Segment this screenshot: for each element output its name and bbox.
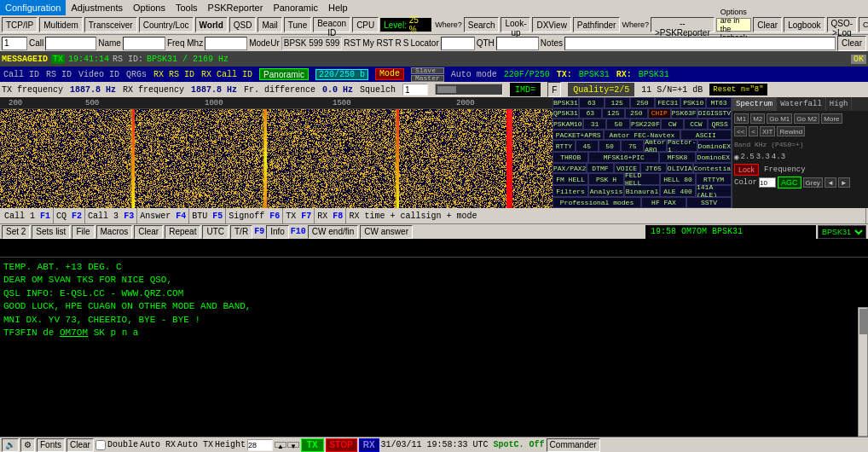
call-input[interactable]	[45, 37, 96, 50]
freq-input[interactable]	[205, 37, 247, 50]
contestia-mode[interactable]: Contestia	[693, 163, 732, 174]
file-button[interactable]: File	[72, 225, 94, 239]
beacon-id-button[interactable]: Beacon ID	[313, 17, 350, 32]
bpsk250-mode[interactable]: 250	[630, 97, 656, 108]
go-m2-button[interactable]: Go M2	[794, 113, 819, 124]
tcp-ip-button[interactable]: TCP/IP	[2, 17, 38, 32]
scrollbar[interactable]	[858, 307, 868, 343]
pax-mode[interactable]: PAX/PAX2	[553, 163, 587, 174]
menu-pskreporter[interactable]: PSKReporter	[203, 0, 269, 15]
tx-button[interactable]: TX	[301, 438, 324, 452]
menu-adjustments[interactable]: Adjustments	[66, 0, 128, 15]
dtmf-mode[interactable]: DTMF	[587, 163, 613, 174]
ok-button[interactable]: OK	[851, 55, 866, 64]
agc-button[interactable]: AGC	[778, 177, 801, 188]
country-loc-button[interactable]: Country/Loc	[139, 17, 194, 32]
mt63-mode[interactable]: MT63	[706, 97, 732, 108]
pskam10-mode[interactable]: PSKAM10	[553, 119, 583, 130]
utc-button[interactable]: UTC	[202, 225, 229, 239]
qpsk125-mode[interactable]: 125	[602, 108, 625, 119]
pskam31-mode[interactable]: 31	[583, 119, 607, 130]
mfsk8-mode[interactable]: MFSK8	[659, 152, 695, 163]
lock-button[interactable]: Lock	[734, 164, 759, 176]
qso-log-button[interactable]: QSO->Log	[827, 17, 858, 32]
transceiver-button[interactable]: Transceiver	[84, 17, 137, 32]
speaker-button[interactable]: 🔊	[2, 438, 19, 452]
pactor1-mode[interactable]: Pactor-1	[667, 140, 697, 152]
pskam50-mode[interactable]: 50	[606, 119, 630, 130]
rx-input-area[interactable]	[0, 239, 868, 258]
f-button[interactable]: F	[547, 82, 561, 97]
cw-answer-button[interactable]: CW answer	[360, 225, 413, 239]
clear-status-button[interactable]: Clear	[67, 438, 94, 452]
tune-button[interactable]: Tune	[284, 17, 311, 32]
bpsk125-mode[interactable]: 125	[605, 97, 630, 108]
fn-call3[interactable]: Call 3 F3	[85, 208, 137, 223]
qpsk250-mode[interactable]: 250	[625, 108, 648, 119]
clear-set-button[interactable]: Clear	[134, 225, 163, 239]
amtor-arq-mode[interactable]: Amtor ARQ	[644, 140, 667, 152]
nav-right-button[interactable]: ►	[838, 177, 850, 188]
squelch-input[interactable]	[402, 84, 428, 96]
psk-h-mode[interactable]: PSK H	[588, 173, 624, 185]
world-button[interactable]: World	[195, 17, 228, 32]
grey-button[interactable]: Grey	[803, 177, 823, 188]
rtty-mode[interactable]: RTTY	[553, 140, 576, 152]
bpsk31-mode[interactable]: BPSK31	[553, 97, 579, 108]
nav-left-button[interactable]: ◄	[825, 177, 836, 188]
rtty75-mode[interactable]: 75	[621, 140, 644, 152]
fn-rx[interactable]: RX F8	[315, 208, 346, 223]
m1-button[interactable]: M1	[734, 113, 749, 124]
rx-button[interactable]: RX	[359, 438, 379, 452]
nav-back-button[interactable]: <	[749, 126, 758, 136]
commander-button[interactable]: Commander	[547, 438, 600, 452]
psk10-mode[interactable]: PSK10	[680, 97, 706, 108]
name-input[interactable]	[123, 37, 165, 50]
fec31-mode[interactable]: FEC31	[655, 97, 680, 108]
height-input[interactable]	[247, 439, 273, 451]
search-button[interactable]: Search	[464, 17, 500, 32]
clear-call-button[interactable]: Clear	[837, 36, 866, 51]
dominoex-mode[interactable]: DominoEX	[697, 140, 732, 152]
qpsk31-mode[interactable]: QPSK31	[553, 108, 579, 119]
ale400-mode[interactable]: ALE 400	[660, 185, 696, 197]
callsign-link[interactable]: OM7OM	[60, 327, 88, 338]
lookup-dxk-button[interactable]: Look-up DXK	[501, 17, 530, 32]
rx-input[interactable]	[3, 240, 865, 256]
rtty50-mode[interactable]: 50	[599, 140, 622, 152]
psk220f-mode[interactable]: PSK220F	[630, 119, 661, 130]
menu-configuration[interactable]: Configuration	[0, 0, 66, 15]
reset-button[interactable]: Reset n="8"	[709, 84, 767, 96]
spotc-display[interactable]: SpotC. Off	[494, 440, 545, 449]
fn-call1[interactable]: Call 1 F1	[2, 208, 54, 223]
rx-mode-select[interactable]: BPSK31	[818, 225, 866, 239]
dxview-button[interactable]: DXView	[532, 17, 570, 32]
locator-input[interactable]	[441, 37, 475, 50]
high-tab[interactable]: High	[826, 97, 853, 111]
binaural-mode[interactable]: Binaural	[624, 185, 660, 197]
prof-modes[interactable]: Professional modes	[553, 197, 641, 208]
cluster-button[interactable]: Cluster	[859, 17, 868, 32]
mfsk16-pic-mode[interactable]: MFSK16+PIC	[588, 152, 659, 163]
xit-button[interactable]: XIT	[760, 126, 775, 136]
hell80-mode[interactable]: HELL 80	[660, 173, 696, 185]
menu-panoramic[interactable]: Panoramic	[268, 0, 323, 15]
call-spin[interactable]	[2, 37, 27, 50]
fn-signoff[interactable]: Signoff F6	[226, 208, 283, 223]
fn-tx[interactable]: TX F7	[283, 208, 315, 223]
fn-btu[interactable]: BTU F5	[189, 208, 226, 223]
tr-button[interactable]: T/R	[230, 225, 252, 239]
clear-button-toolbar[interactable]: Clear	[753, 17, 782, 32]
analysis-mode[interactable]: Analysis	[588, 185, 624, 197]
cpu-button[interactable]: CPU	[352, 17, 379, 32]
multidem-button[interactable]: Multidem	[39, 17, 83, 32]
menu-tools[interactable]: Tools	[171, 0, 203, 15]
pathfinder-button[interactable]: Pathfinder	[573, 17, 621, 32]
rewind-button[interactable]: Rewind	[777, 126, 805, 136]
sets-list-button[interactable]: Sets list	[32, 225, 70, 239]
domino-mode[interactable]: DominoEX	[696, 152, 732, 163]
digisstv-mode[interactable]: DIGISSTV	[697, 108, 732, 119]
cw-mode[interactable]: CW	[661, 119, 685, 130]
chip-mode[interactable]: CHIP	[648, 108, 671, 119]
throb-mode[interactable]: THROB	[553, 152, 588, 163]
